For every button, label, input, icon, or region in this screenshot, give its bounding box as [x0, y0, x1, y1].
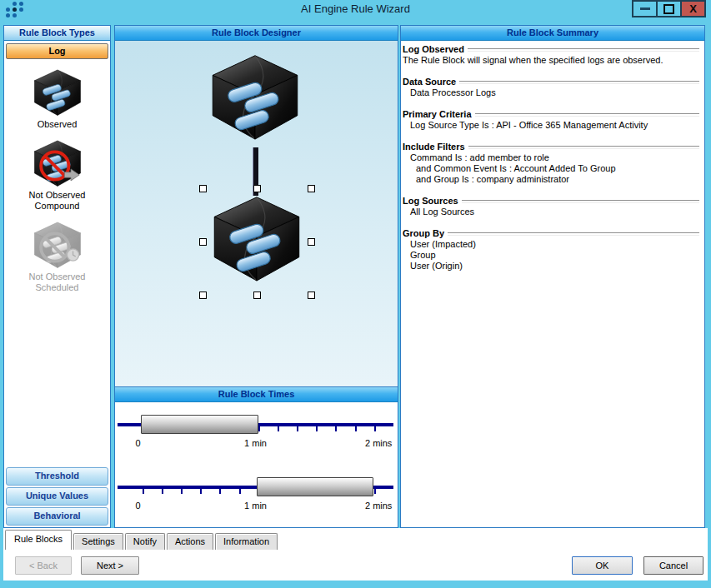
- title-bar: AI Engine Rule Wizard X: [0, 0, 711, 18]
- slider-tick: [258, 423, 260, 431]
- back-button[interactable]: < Back: [15, 556, 72, 575]
- selection-handle[interactable]: [308, 238, 315, 246]
- slider-tick: [200, 486, 202, 494]
- summary-line: and Common Event Is : Account Added To G…: [403, 163, 699, 174]
- slider-label: 0: [136, 501, 141, 511]
- summary-line: User (Impacted): [403, 239, 699, 250]
- wizard-tab-strip: Rule BlocksSettingsNotifyActionsInformat…: [5, 530, 279, 550]
- slider-tick: [355, 423, 357, 431]
- rule-block-designer-panel: Rule Block Designer: [114, 25, 398, 386]
- slider-label: 2 mins: [365, 501, 392, 511]
- rule-block-designer-header: Rule Block Designer: [115, 26, 398, 41]
- log-observed-cube-icon: [4, 68, 110, 117]
- rule-block-summary-panel: Rule Block Summary Log ObservedThe Rule …: [400, 25, 705, 528]
- slider-tick: [316, 423, 318, 431]
- rule-block-type-label: Not Observed Compound: [4, 190, 110, 212]
- next-button[interactable]: Next >: [81, 556, 139, 575]
- close-icon: X: [689, 2, 697, 15]
- log-category-button[interactable]: Log: [6, 43, 108, 59]
- summary-section-title: Log Observed: [403, 44, 699, 55]
- rule-block-observed-cube[interactable]: [206, 52, 304, 143]
- ok-button[interactable]: OK: [572, 556, 633, 575]
- rule-block-type-label: Observed: [4, 119, 110, 130]
- slider-tick: [239, 486, 241, 494]
- log-not-observed-scheduled-cube-icon: [4, 221, 110, 270]
- slider-label: 1 min: [244, 501, 267, 511]
- rule-block-types-panel: Rule Block Types Log: [3, 25, 111, 528]
- summary-line: Group: [403, 250, 699, 261]
- slider-tick: [143, 486, 144, 494]
- minimize-button[interactable]: [632, 0, 658, 17]
- rule-block-times-header: Rule Block Times: [115, 387, 398, 402]
- rule-block-type-observed[interactable]: Observed: [4, 68, 110, 130]
- slider-tick: [278, 423, 279, 431]
- minimize-icon: [640, 7, 650, 10]
- summary-line: All Log Sources: [403, 207, 699, 217]
- selection-handle[interactable]: [199, 185, 207, 192]
- summary-section-title: Primary Criteria: [403, 109, 699, 120]
- maximize-button[interactable]: [656, 0, 682, 17]
- summary-section-primary-criteria: Primary CriteriaLog Source Type Is : API…: [403, 109, 699, 131]
- app-icon: [6, 2, 28, 17]
- rule-block-type-label: Not Observed Scheduled: [4, 272, 110, 293]
- window-title: AI Engine Rule Wizard: [0, 0, 711, 18]
- threshold-category-button[interactable]: Threshold: [6, 467, 108, 486]
- slider-tick: [181, 486, 183, 494]
- tab-notify[interactable]: Notify: [125, 533, 165, 550]
- summary-section-title: Group By: [403, 228, 699, 239]
- summary-section-include-filters: Include FiltersCommand Is : add member t…: [403, 142, 699, 185]
- summary-line: and Group Is : company administrator: [403, 174, 699, 185]
- summary-section-title: Log Sources: [403, 196, 699, 207]
- cancel-button[interactable]: Cancel: [643, 556, 703, 575]
- summary-section-log-sources: Log SourcesAll Log Sources: [403, 196, 699, 217]
- summary-line: Data Processor Logs: [403, 87, 699, 98]
- slider-label: 2 mins: [365, 438, 392, 448]
- time-slider-2: 01 min2 mins: [118, 472, 393, 516]
- slider-range-bar[interactable]: [141, 415, 258, 434]
- summary-line: Log Source Type Is : API - Office 365 Ma…: [403, 120, 699, 131]
- rule-block-type-compound[interactable]: Not Observed Compound: [4, 139, 110, 212]
- ai-engine-rule-wizard-window: AI Engine Rule Wizard X Rule Block Types…: [0, 0, 711, 588]
- slider-tick: [297, 423, 298, 431]
- slider-tick: [374, 423, 376, 431]
- rule-block-summary-header: Rule Block Summary: [401, 26, 704, 41]
- log-not-observed-compound-cube-icon: [4, 139, 110, 188]
- slider-tick: [219, 486, 221, 494]
- rule-block-observed-cube-selected[interactable]: [208, 194, 306, 285]
- maximize-icon: [663, 4, 674, 14]
- summary-line: Command Is : add member to role: [403, 152, 699, 163]
- selection-handle[interactable]: [253, 292, 261, 299]
- slider-label: 0: [136, 438, 141, 448]
- time-slider-1: 01 min2 mins: [118, 410, 393, 453]
- summary-line: The Rule Block will signal when the spec…: [403, 55, 699, 66]
- slider-tick: [374, 486, 376, 494]
- summary-section-title: Include Filters: [403, 142, 699, 152]
- selection-handle[interactable]: [199, 238, 207, 246]
- unique-values-category-button[interactable]: Unique Values: [6, 487, 108, 506]
- summary-section-log-observed: Log ObservedThe Rule Block will signal w…: [403, 44, 699, 66]
- selection-handle[interactable]: [199, 292, 207, 299]
- tab-settings[interactable]: Settings: [73, 533, 123, 550]
- rule-block-times-panel: Rule Block Times 01 min2 mins 01 min2 mi…: [114, 386, 398, 528]
- behavioral-category-button[interactable]: Behavioral: [6, 507, 108, 526]
- summary-section-data-source: Data SourceData Processor Logs: [403, 77, 699, 98]
- selection-handle[interactable]: [308, 185, 315, 192]
- summary-section-title: Data Source: [403, 77, 699, 87]
- slider-tick: [162, 486, 163, 494]
- summary-section-group-by: Group ByUser (Impacted)GroupUser (Origin…: [403, 228, 699, 272]
- summary-line: User (Origin): [403, 261, 699, 272]
- slider-label: 1 min: [244, 438, 267, 448]
- close-button[interactable]: X: [680, 0, 706, 17]
- selection-handle[interactable]: [253, 185, 261, 192]
- selection-handle[interactable]: [308, 292, 315, 299]
- rule-block-type-scheduled: Not Observed Scheduled: [4, 221, 110, 293]
- rule-block-types-header: Rule Block Types: [4, 26, 110, 41]
- tab-rule-blocks[interactable]: Rule Blocks: [5, 530, 72, 550]
- slider-tick: [335, 423, 337, 431]
- slider-range-bar[interactable]: [257, 477, 373, 496]
- tab-information[interactable]: Information: [215, 533, 278, 550]
- designer-canvas[interactable]: [115, 41, 398, 386]
- tab-actions[interactable]: Actions: [167, 533, 213, 550]
